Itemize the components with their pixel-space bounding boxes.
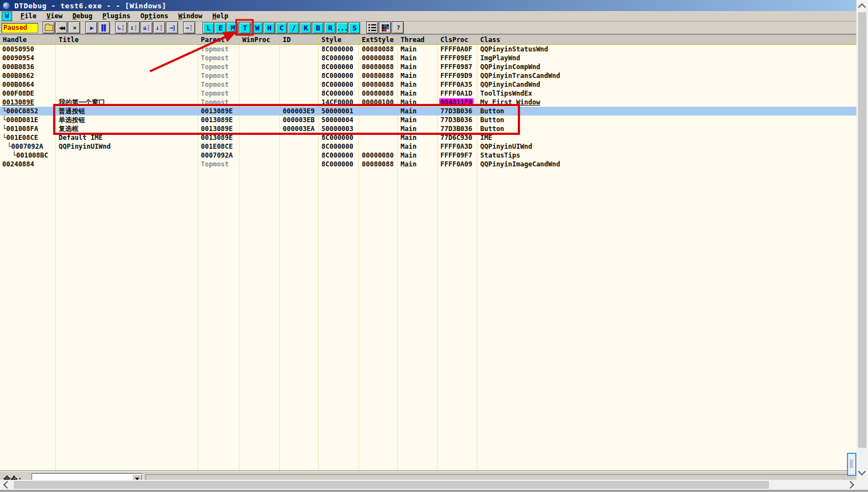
cell-class: ImgPlayWnd xyxy=(477,54,856,62)
cell-winproc xyxy=(240,62,280,71)
menu-window[interactable]: Window xyxy=(173,12,207,20)
column-header-parent[interactable]: Parent xyxy=(198,35,240,44)
cell-class: QQPinyinStatusWnd xyxy=(477,45,856,54)
column-header-thread[interactable]: Thread xyxy=(398,35,438,44)
run-button[interactable]: ▶ xyxy=(85,22,97,34)
cell-id: 000003E9 xyxy=(280,107,319,116)
windows-list-button[interactable] xyxy=(366,22,378,34)
scroll-left-icon[interactable] xyxy=(3,481,11,489)
cell-style: 8C000000 xyxy=(319,54,359,62)
pane-button-cpu[interactable]: C xyxy=(276,22,287,34)
pane-button-threads[interactable]: T xyxy=(239,22,251,34)
animate-over-button[interactable]: ↓⋮ xyxy=(153,22,165,34)
cell-parent: Topmost xyxy=(198,80,240,89)
window-row[interactable]: 00240884Topmost8C00000000080088MainFFFF0… xyxy=(0,160,856,169)
cell-id: 000003EB xyxy=(280,116,319,124)
cell-extstyle xyxy=(359,116,398,124)
scroll-down-icon[interactable] xyxy=(858,468,866,475)
column-header-id[interactable]: ID xyxy=(280,35,319,44)
cell-title xyxy=(56,160,198,169)
cell-winproc xyxy=(240,71,280,80)
cell-title xyxy=(56,80,198,89)
cell-id xyxy=(280,142,319,151)
cell-style: 8C000000 xyxy=(319,133,359,142)
cell-parent: Topmost xyxy=(198,71,240,80)
pane-button-handles[interactable]: H xyxy=(263,22,275,34)
app-scrollbar-thumb[interactable] xyxy=(847,453,856,476)
pane-button-memory[interactable]: M xyxy=(227,22,238,34)
cell-thread: Main xyxy=(398,116,438,124)
column-header-extstyle[interactable]: ExtStyle xyxy=(359,35,398,44)
pane-button-run-trace[interactable]: ... xyxy=(336,22,348,34)
toolbar-group: ▶▌▌ xyxy=(85,22,111,34)
cell-extstyle xyxy=(359,142,398,151)
cell-id xyxy=(280,160,319,169)
scroll-right-icon[interactable] xyxy=(846,481,854,489)
window-row[interactable]: 00090954Topmost8C00000000000088MainFFFF0… xyxy=(0,54,856,62)
window-row[interactable]: 000F08DETopmost8C00000000080088MainFFFF0… xyxy=(0,89,856,98)
viewer-vscroll-thumb[interactable] xyxy=(858,12,866,448)
window-row[interactable]: 000B0862Topmost8C00000000080088MainFFFF0… xyxy=(0,71,856,80)
cell-class: QQPinyinCandWnd xyxy=(477,80,856,89)
menu-file[interactable]: File xyxy=(15,12,41,20)
pane-button-log[interactable]: L xyxy=(202,22,214,34)
menu-options[interactable]: Options xyxy=(136,12,174,20)
cell-parent: 0007092A xyxy=(198,151,240,160)
window-row[interactable]: 000B0864Topmost8C00000000080088MainFFFF0… xyxy=(0,80,856,89)
title-bar[interactable]: DTDebug - test6.exe - - [Windows] xyxy=(0,0,856,11)
restart-button[interactable]: ◀◀ xyxy=(55,22,67,34)
cell-id xyxy=(280,54,319,62)
column-header-clsproc[interactable]: ClsProc xyxy=(438,35,477,44)
cell-winproc xyxy=(240,142,280,151)
window-row[interactable]: 0013089E我的第一个窗口Topmost14CF000000000100Ma… xyxy=(0,98,856,107)
column-header-handle[interactable]: Handle xyxy=(0,35,56,44)
cell-thread: Main xyxy=(398,107,438,116)
toolbar-group: →⋮ xyxy=(183,22,196,34)
close-button[interactable]: × xyxy=(68,22,80,34)
column-header-title[interactable]: Title xyxy=(56,35,198,44)
viewer-horizontal-scrollbar[interactable] xyxy=(0,480,868,490)
window-row[interactable]: └001008FA复选框0013089E000003EA50000003Main… xyxy=(0,124,856,133)
window-row[interactable]: └000C0852普通按钮0013089E000003E950000001Mai… xyxy=(0,107,856,116)
execute-till-return-button[interactable]: →] xyxy=(166,22,178,34)
pane-button-executables[interactable]: E xyxy=(215,22,226,34)
viewer-vertical-scrollbar[interactable] xyxy=(856,0,868,480)
cell-extstyle: 00080088 xyxy=(359,80,398,89)
animate-into-button[interactable]: ⇊⋮ xyxy=(141,22,153,34)
open-file-button[interactable] xyxy=(43,22,55,34)
mdi-system-menu-button[interactable]: W xyxy=(2,12,12,21)
window-row[interactable]: └000D081E单选按钮0013089E000003EB50000004Mai… xyxy=(0,116,856,124)
pane-button-references[interactable]: R xyxy=(324,22,336,34)
pane-button-breakpoints[interactable]: B xyxy=(312,22,324,34)
cell-handle: 00090954 xyxy=(0,54,56,62)
viewer-hscroll-thumb[interactable] xyxy=(14,481,769,489)
pane-button-windows[interactable]: W xyxy=(251,22,263,34)
toolbar-group: ◀◀× xyxy=(43,22,81,34)
column-header-winproc[interactable]: WinProc xyxy=(240,35,280,44)
pause-button[interactable]: ▌▌ xyxy=(98,22,110,34)
column-header-style[interactable]: Style xyxy=(319,35,359,44)
cell-style: 8C000000 xyxy=(319,151,359,160)
window-row[interactable]: └001008BC0007092A8C00000000000080MainFFF… xyxy=(0,151,856,160)
step-over-button[interactable]: ↧⋮ xyxy=(128,22,140,34)
cell-parent: 0013089E xyxy=(198,116,240,124)
window-row[interactable]: 000B0836Topmost8C00000000080088MainFFFF0… xyxy=(0,62,856,71)
window-row[interactable]: └001E08CEDefault IME0013089E8C000000Main… xyxy=(0,133,856,142)
pane-button-source[interactable]: S xyxy=(349,22,360,34)
scroll-up-icon[interactable] xyxy=(858,3,866,11)
window-row[interactable]: 00050950Topmost8C00000000080088MainFFFF0… xyxy=(0,45,856,54)
step-into-button[interactable]: ↳⋮ xyxy=(115,22,127,34)
menu-plugins[interactable]: Plugins xyxy=(97,12,136,20)
pane-button-call-stack[interactable]: K xyxy=(300,22,311,34)
menu-bar: W FileViewDebugPluginsOptionsWindowHelp xyxy=(0,11,856,22)
pane-button-patches[interactable]: / xyxy=(288,22,299,34)
go-to-button[interactable]: →⋮ xyxy=(183,22,195,34)
help-button[interactable]: ? xyxy=(392,22,404,34)
menu-help[interactable]: Help xyxy=(207,12,233,20)
menu-view[interactable]: View xyxy=(41,12,67,20)
window-row[interactable]: └0007092AQQPinyinUIWnd001E08CE8C000000Ma… xyxy=(0,142,856,151)
cell-thread: Main xyxy=(398,45,438,54)
menu-debug[interactable]: Debug xyxy=(67,12,97,20)
appearance-button[interactable] xyxy=(379,22,391,34)
column-header-class[interactable]: Class xyxy=(477,35,856,44)
